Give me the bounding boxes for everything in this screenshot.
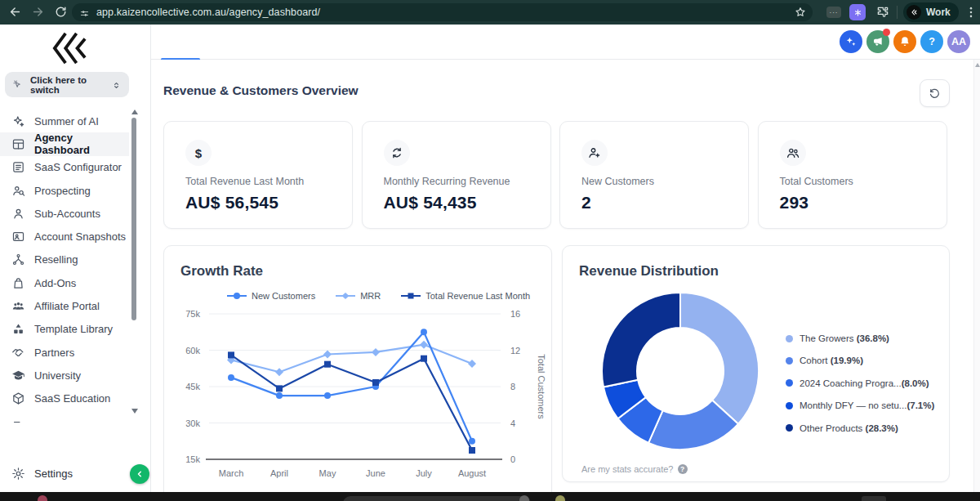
chart-title: Growth Rate xyxy=(180,263,263,280)
legend-item[interactable]: The Growers (36.8%) xyxy=(786,331,934,346)
sidebar-item-summer-of-ai[interactable]: Summer of AI xyxy=(0,110,129,132)
forward-icon[interactable] xyxy=(31,5,45,19)
svg-text:75k: 75k xyxy=(185,309,200,319)
svg-text:April: April xyxy=(270,468,288,478)
sidebar-item-prospecting[interactable]: Prospecting xyxy=(0,179,129,202)
user-icon xyxy=(11,207,25,221)
sidebar-scroll-up-icon[interactable] xyxy=(131,110,138,114)
main-scrollbar[interactable] xyxy=(973,60,980,492)
svg-text:March: March xyxy=(219,468,244,478)
sidebar-scrollbar-thumb[interactable] xyxy=(131,118,136,320)
sparkles-icon xyxy=(844,35,858,48)
announcements-button[interactable] xyxy=(866,30,889,53)
extension-badge[interactable]: ··· xyxy=(826,7,841,18)
sidebar-item-partners[interactable]: Partners xyxy=(0,341,129,364)
kaizen-collective-logo-icon xyxy=(0,31,139,65)
sidebar-collapse-button[interactable] xyxy=(130,464,149,484)
recurring-icon xyxy=(384,140,410,166)
stat-card: Monthly Recurring Revenue AU$ 54,435 xyxy=(362,121,551,229)
svg-text:16: 16 xyxy=(510,309,520,319)
stats-accuracy-note: Are my stats accurate? ? xyxy=(581,464,688,474)
scroll-up-icon[interactable] xyxy=(975,63,980,67)
settings-label: Settings xyxy=(34,467,73,480)
url-text: app.kaizencollective.com.au/agency_dashb… xyxy=(96,7,320,18)
sidebar-item-add-ons[interactable]: Add-Ons xyxy=(0,271,129,294)
browser-profile-button[interactable]: Work xyxy=(903,2,959,22)
taskbar-app-icon[interactable] xyxy=(519,495,529,501)
sidebar-item-sub-accounts[interactable]: Sub-Accounts xyxy=(0,202,129,225)
address-bar[interactable]: app.kaizencollective.com.au/agency_dashb… xyxy=(72,3,813,21)
legend-item[interactable]: Other Products (28.3%) xyxy=(786,421,934,436)
legend-dot-icon xyxy=(786,402,793,409)
taskbar-app-icon[interactable] xyxy=(38,495,47,501)
svg-text:August: August xyxy=(458,468,486,478)
megaphone-icon xyxy=(871,35,884,48)
stat-value: 2 xyxy=(581,193,727,212)
sidebar-item-reselling[interactable]: Reselling xyxy=(0,248,129,271)
chart-legend: The Growers (36.8%)Cohort (19.9%)2024 Co… xyxy=(786,331,934,443)
growth-rate-panel: Growth Rate New CustomersMRRTotal Revenu… xyxy=(163,245,552,492)
extension-icon[interactable] xyxy=(849,4,866,20)
taskbar-search[interactable] xyxy=(343,496,531,501)
sidebar-item-label: Summer of AI xyxy=(34,115,99,127)
sidebar-item-template-library[interactable]: Template Library xyxy=(0,318,129,341)
legend-dot-icon xyxy=(786,357,793,365)
browser-menu-icon[interactable] xyxy=(964,5,978,20)
legend-item[interactable]: New Customers xyxy=(226,291,315,301)
sidebar-item-saas-education[interactable]: SaaS Education xyxy=(0,387,129,410)
site-settings-icon[interactable] xyxy=(79,7,90,18)
help-label: ? xyxy=(929,36,935,47)
sidebar-item-label: University xyxy=(34,369,81,382)
bookmark-star-icon[interactable] xyxy=(794,6,807,19)
back-icon[interactable] xyxy=(8,5,22,19)
sidebar-item-agency-dashboard[interactable]: Agency Dashboard xyxy=(0,132,129,155)
avatar[interactable]: AA xyxy=(947,30,970,53)
ai-button[interactable] xyxy=(840,30,862,53)
help-button[interactable]: ? xyxy=(920,30,943,53)
graduation-icon xyxy=(11,369,25,382)
sidebar-item-account-snapshots[interactable]: Account Snapshots xyxy=(0,225,129,248)
bag-icon xyxy=(11,276,25,290)
account-switcher-button[interactable]: Click here to switch xyxy=(5,72,129,97)
cursor-click-icon xyxy=(12,79,24,91)
taskbar-app-icon[interactable] xyxy=(555,495,565,501)
toolbar-divider xyxy=(897,6,898,19)
svg-text:8: 8 xyxy=(510,382,515,391)
legend-item[interactable]: MRR xyxy=(335,291,381,301)
sidebar-item-label: Reselling xyxy=(34,253,78,266)
legend-item[interactable]: Monthly DFY — no setu...(7.1%) xyxy=(786,398,934,413)
taskbar-tray[interactable] xyxy=(862,496,886,501)
sidebar-item-settings[interactable]: Settings xyxy=(0,455,150,491)
stat-card: New Customers 2 xyxy=(559,121,749,229)
shapes-icon xyxy=(11,322,25,336)
help-circle-icon[interactable]: ? xyxy=(678,464,688,474)
chart-title: Revenue Distribution xyxy=(579,263,719,280)
sidebar-item-partial[interactable] xyxy=(0,410,129,433)
browser-toolbar: app.kaizencollective.com.au/agency_dashb… xyxy=(0,0,980,25)
sidebar-nav: Summer of AIAgency DashboardSaaS Configu… xyxy=(0,110,129,433)
users-icon xyxy=(780,140,806,166)
sidebar: Click here to switch Summer of AIAgency … xyxy=(0,25,151,492)
svg-text:60k: 60k xyxy=(185,346,200,356)
legend-label: The Growers (36.8%) xyxy=(800,333,889,343)
notifications-button[interactable] xyxy=(893,30,916,53)
sidebar-scroll-down-icon[interactable] xyxy=(131,409,138,414)
user-plus-icon xyxy=(581,140,608,166)
sidebar-item-saas-configurator[interactable]: SaaS Configurator xyxy=(0,156,129,179)
legend-item[interactable]: Cohort (19.9%) xyxy=(786,353,934,368)
stat-cards-row: $ Total Revenue Last Month AU$ 56,545 Mo… xyxy=(163,121,947,229)
sidebar-item-affiliate-portal[interactable]: Affiliate Portal xyxy=(0,294,129,317)
legend-item[interactable]: Total Revenue Last Month xyxy=(400,291,530,301)
stat-value: 293 xyxy=(780,193,925,212)
legend-item[interactable]: 2024 Coaching Progra...(8.0%) xyxy=(786,376,934,391)
reselling-icon xyxy=(11,253,25,266)
browser-nav-buttons xyxy=(8,5,68,19)
legend-dot-icon xyxy=(786,379,793,387)
sidebar-item-label: Partners xyxy=(34,347,74,359)
svg-text:45k: 45k xyxy=(185,382,200,391)
sidebar-item-university[interactable]: University xyxy=(0,364,129,387)
reload-icon[interactable] xyxy=(54,5,68,19)
refresh-button[interactable] xyxy=(920,79,950,107)
extensions-puzzle-icon[interactable] xyxy=(875,5,890,20)
sidebar-item-label: Agency Dashboard xyxy=(34,132,129,156)
